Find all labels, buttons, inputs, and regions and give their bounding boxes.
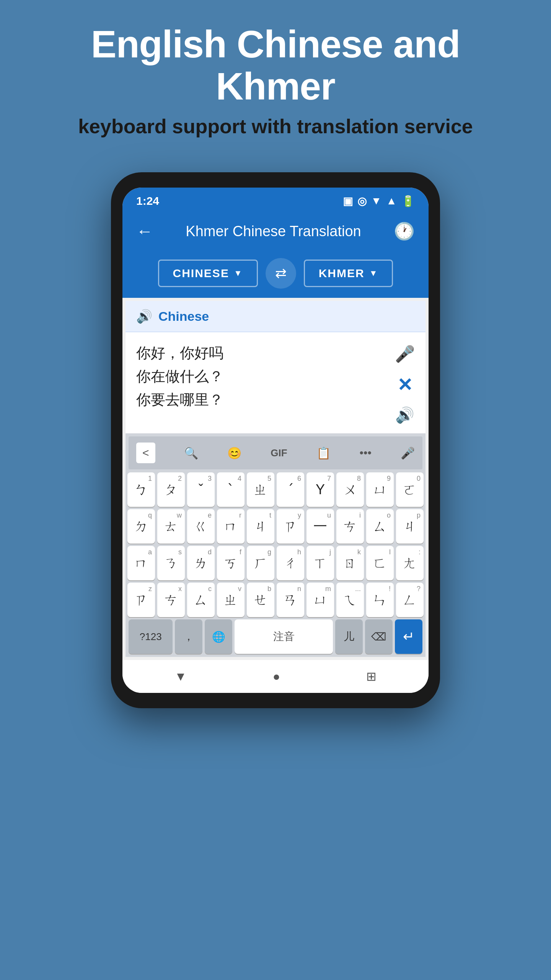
key-eng[interactable]: ?ㄥ (396, 583, 424, 617)
key-c[interactable]: iㄘ (336, 509, 364, 544)
key-m[interactable]: rㄇ (217, 509, 245, 544)
page-header: English Chinese and Khmer keyboard suppo… (0, 0, 551, 149)
key-wu[interactable]: 8ㄨ (336, 472, 364, 507)
speaker-button[interactable]: 🔊 (395, 406, 414, 424)
source-language-button[interactable]: CHINESE ▼ (158, 260, 258, 287)
page-subtitle: keyboard support with translation servic… (31, 115, 520, 138)
key-bo[interactable]: 1ㄅ (127, 472, 155, 507)
language-bar: CHINESE ▼ ⇄ KHMER ▼ (122, 250, 429, 298)
er-key[interactable]: 儿 (335, 619, 363, 654)
translation-content: 你好，你好吗 你在做什么？ 你要去哪里？ 🎤 ✕ 🔊 (126, 332, 425, 433)
clipboard-toolbar-icon[interactable]: 📋 (316, 446, 331, 460)
phone-screen: 1:24 ▣ ◎ ▼ ▲ 🔋 ← Khmer Chinese Translati… (122, 188, 429, 693)
signal-icon: ▲ (386, 195, 397, 207)
translation-text[interactable]: 你好，你好吗 你在做什么？ 你要去哪里？ (136, 341, 395, 424)
key-tone2[interactable]: 6ˊ (277, 472, 304, 507)
enter-key[interactable]: ↵ (395, 619, 422, 654)
mic-toolbar-icon[interactable]: 🎤 (401, 446, 415, 460)
key-j[interactable]: tㄐ (247, 509, 274, 544)
key-a-n[interactable]: sㄋ (157, 546, 185, 580)
key-a-f[interactable]: lㄈ (366, 546, 394, 580)
status-time: 1:24 (136, 194, 159, 207)
nav-home-button[interactable]: ● (273, 670, 280, 684)
key-a-m[interactable]: aㄇ (127, 546, 155, 580)
key-t[interactable]: wㄊ (157, 509, 185, 544)
key-yi[interactable]: 7Y (306, 472, 334, 507)
phone-bottom-nav: ▼ ● ⊞ (122, 660, 429, 693)
key-o[interactable]: 0ㄛ (396, 472, 424, 507)
search-toolbar-icon[interactable]: 🔍 (184, 446, 198, 460)
globe-key[interactable]: 🌐 (205, 619, 232, 654)
key-an[interactable]: nㄢ (277, 583, 304, 617)
clear-button[interactable]: ✕ (397, 374, 412, 395)
key-p[interactable]: pㄐ (396, 509, 424, 544)
key-po[interactable]: 2ㄆ (157, 472, 185, 507)
key-e[interactable]: bㄝ (247, 583, 274, 617)
target-lang-label: KHMER (319, 267, 365, 280)
phone-body: 1:24 ▣ ◎ ▼ ▲ 🔋 ← Khmer Chinese Translati… (111, 172, 440, 708)
space-key[interactable]: 注音 (235, 619, 333, 654)
page-title: English Chinese and Khmer (31, 23, 520, 107)
backspace-key[interactable]: ⌫ (365, 619, 393, 654)
swap-languages-button[interactable]: ⇄ (266, 258, 296, 289)
status-icons: ▣ ◎ ▼ ▲ 🔋 (343, 195, 415, 207)
target-lang-dropdown-icon: ▼ (369, 268, 378, 278)
speaker-small-icon[interactable]: 🔊 (136, 309, 152, 324)
comma-key[interactable]: ， (175, 619, 202, 654)
keyboard-row-4: zㄗ xㄘ cㄙ vㄓ bㄝ nㄢ mㄩ ...ㄟ !ㄣ ?ㄥ (129, 583, 422, 617)
key-a-x[interactable]: jㄒ (306, 546, 334, 580)
key-zhi[interactable]: 5ㄓ (247, 472, 274, 507)
keyboard-area: < 🔍 😊 GIF 📋 ••• 🎤 1ㄅ 2ㄆ 3ˇ 4ˋ (126, 433, 425, 657)
emoji-toolbar-icon[interactable]: 😊 (227, 446, 241, 460)
key-b-c[interactable]: xㄘ (157, 583, 185, 617)
key-z[interactable]: yㄗ (277, 509, 304, 544)
symbols-key[interactable]: ?123 (129, 619, 173, 654)
keyboard-row-2: qㄉ wㄊ eㄍ rㄇ tㄐ yㄗ u一 iㄘ oㄙ pㄐ (129, 509, 422, 544)
key-d[interactable]: qㄉ (127, 509, 155, 544)
key-a-r[interactable]: kㄖ (336, 546, 364, 580)
key-a-ch[interactable]: hㄔ (277, 546, 304, 580)
swap-icon: ⇄ (275, 265, 287, 281)
status-bar: 1:24 ▣ ◎ ▼ ▲ 🔋 (122, 188, 429, 212)
mic-button[interactable]: 🎤 (395, 345, 415, 363)
translation-header: 🔊 Chinese (126, 301, 425, 332)
source-lang-label: CHINESE (173, 267, 229, 280)
key-b-zh[interactable]: vㄓ (217, 583, 245, 617)
keyboard-toolbar: < 🔍 😊 GIF 📋 ••• 🎤 (129, 436, 422, 469)
key-ang[interactable]: :ㄤ (396, 546, 424, 580)
gif-toolbar-button[interactable]: GIF (271, 447, 287, 459)
key-a-l[interactable]: dㄌ (187, 546, 215, 580)
key-ei[interactable]: ...ㄟ (336, 583, 364, 617)
app-bar-title: Khmer Chinese Translation (153, 223, 394, 240)
key-g[interactable]: eㄍ (187, 509, 215, 544)
key-yu[interactable]: 9ㄩ (366, 472, 394, 507)
location-icon: ◎ (357, 195, 367, 207)
phone-mockup: 1:24 ▣ ◎ ▼ ▲ 🔋 ← Khmer Chinese Translati… (0, 172, 551, 708)
key-s[interactable]: oㄙ (366, 509, 394, 544)
target-language-button[interactable]: KHMER ▼ (304, 260, 393, 287)
key-a-k[interactable]: fㄎ (217, 546, 245, 580)
keyboard-row-1: 1ㄅ 2ㄆ 3ˇ 4ˋ 5ㄓ 6ˊ 7Y 8ㄨ 9ㄩ 0ㄛ (129, 472, 422, 507)
history-button[interactable]: 🕐 (394, 221, 415, 241)
key-b-yu[interactable]: mㄩ (306, 583, 334, 617)
key-b-s[interactable]: cㄙ (187, 583, 215, 617)
key-tone4[interactable]: 4ˋ (217, 472, 245, 507)
battery-icon: 🔋 (401, 195, 415, 207)
key-b-z[interactable]: zㄗ (127, 583, 155, 617)
translation-panel: 🔊 Chinese 你好，你好吗 你在做什么？ 你要去哪里？ 🎤 ✕ 🔊 (126, 301, 425, 433)
app-bar: ← Khmer Chinese Translation 🕐 (122, 212, 429, 250)
key-i[interactable]: u一 (306, 509, 334, 544)
back-button[interactable]: ← (136, 222, 153, 241)
more-toolbar-icon[interactable]: ••• (359, 446, 372, 459)
key-en[interactable]: !ㄣ (366, 583, 394, 617)
key-a-h[interactable]: gㄏ (247, 546, 274, 580)
translation-language-label: Chinese (158, 309, 209, 324)
nav-recents-button[interactable]: ⊞ (366, 669, 377, 684)
keyboard-bottom-row: ?123 ， 🌐 注音 儿 ⌫ ↵ (129, 619, 422, 654)
translation-actions: 🎤 ✕ 🔊 (395, 341, 415, 424)
source-lang-dropdown-icon: ▼ (234, 268, 243, 278)
key-tone3[interactable]: 3ˇ (187, 472, 215, 507)
keyboard-row-3: aㄇ sㄋ dㄌ fㄎ gㄏ hㄔ jㄒ kㄖ lㄈ :ㄤ (129, 546, 422, 580)
back-toolbar-button[interactable]: < (136, 443, 155, 463)
nav-back-button[interactable]: ▼ (174, 670, 187, 684)
